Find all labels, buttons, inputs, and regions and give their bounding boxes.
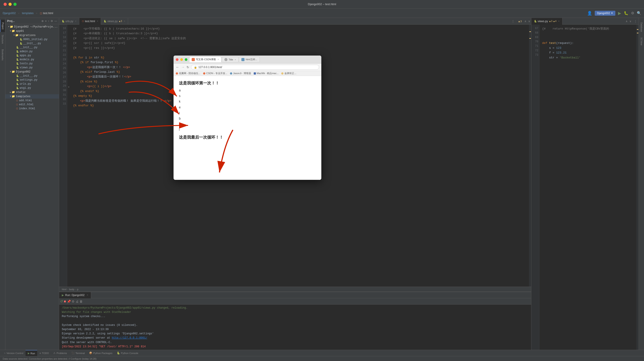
tree-item-root[interactable]: ▼ 📁 Django002 ~/PycharmProje...: [5, 25, 59, 29]
tree-item-static[interactable]: ▶ 📁 static: [5, 90, 59, 94]
sidebar-item-scview[interactable]: SCView: [639, 35, 644, 48]
tab-views-close[interactable]: ×: [124, 20, 125, 22]
project-selector[interactable]: Django002 ▼: [595, 11, 615, 16]
browser-forward-btn[interactable]: →: [181, 65, 185, 69]
run-tab-run[interactable]: ▶ Run: Django002 ×: [59, 292, 91, 298]
browser-refresh-btn[interactable]: ↻: [186, 66, 189, 69]
run-icon[interactable]: ▶: [618, 11, 621, 16]
tree-item-app01[interactable]: ▼ 📁 app01: [5, 29, 59, 33]
expand-icon[interactable]: ∨: [527, 20, 531, 23]
tree-item-views[interactable]: 🐍 views.py: [5, 66, 59, 70]
right-collapse-icon[interactable]: ∨: [628, 20, 632, 23]
run-trash-btn[interactable]: 🗑: [80, 300, 83, 303]
fold-icon[interactable]: ∧: [524, 20, 527, 23]
bottom-tab-run[interactable]: ▶ Run: [26, 350, 37, 356]
tree-item-index-html[interactable]: ⬡ index.html: [5, 106, 59, 111]
run-link-server[interactable]: http://127.0.0.1:8001/: [112, 336, 147, 340]
tree-item-urls[interactable]: 🐍 urls.py: [5, 82, 59, 86]
tab-urls-close[interactable]: ×: [75, 20, 76, 22]
browser-tab-csdn-close[interactable]: ×: [218, 58, 219, 61]
tree-item-admin[interactable]: 🐍 admin.py: [5, 50, 59, 54]
right-tab-views[interactable]: 🐍 views.py ▲3 ▲4 ×: [531, 18, 562, 25]
tree-item-models[interactable]: 🐍 models.py: [5, 58, 59, 62]
browser-url-bar[interactable]: 🔒 127.0.0.1:8001/test/: [191, 65, 319, 70]
breadcrumb-django002[interactable]: Django002: [3, 12, 16, 15]
tab-test-html[interactable]: ⬡ test.html ×: [79, 18, 101, 25]
sidebar-icon-add[interactable]: ⊕: [42, 20, 44, 22]
tree-item-wsgi[interactable]: 🐍 wsgi.py: [5, 86, 59, 90]
run-restart-btn[interactable]: ↺: [60, 299, 63, 304]
tree-item-tests[interactable]: 🐍 tests.py: [5, 62, 59, 66]
browser-back-btn[interactable]: ←: [176, 65, 179, 69]
right-expand-icon[interactable]: ∧: [625, 20, 628, 23]
tree-item-apps[interactable]: 🐍 apps.py: [5, 54, 59, 58]
user-icon[interactable]: 👤: [587, 11, 592, 16]
debug-icon[interactable]: 🐛: [624, 11, 628, 15]
tab-views-label: views.py: [107, 20, 118, 23]
right-more-btn[interactable]: ⋮: [632, 20, 639, 23]
sidebar-item-structure[interactable]: Structure: [0, 32, 5, 46]
browser-min-btn[interactable]: [180, 58, 183, 61]
browser-tab-csdn[interactable]: 写文章-CSDN博客 ×: [189, 57, 222, 62]
tree-item-migrations[interactable]: ▼ 📁 migrations: [5, 33, 59, 38]
sidebar-item-bookmarks[interactable]: Bookmarks: [0, 46, 5, 63]
tree-item-init1[interactable]: 🐍 __init__.py: [5, 42, 59, 46]
breadcrumb-templates[interactable]: templates: [22, 12, 34, 15]
search-icon[interactable]: 🔍: [637, 11, 641, 15]
tree-item-add-html[interactable]: ⬡ add.html: [5, 98, 59, 102]
tree-item-edit-html[interactable]: ⬡ edit.html: [5, 102, 59, 106]
bottom-tab-problems[interactable]: ⚠ Problems: [51, 350, 69, 356]
sidebar-item-database[interactable]: Database: [639, 20, 644, 35]
bottom-tab-console[interactable]: 🐍 Python Console: [115, 350, 140, 356]
bottom-tab-run-label: Run: [30, 352, 35, 355]
sidebar-item-project[interactable]: Project: [0, 20, 5, 32]
top-toolbar: Django002 › templates › ◻ test.html 👤 Dj…: [0, 8, 644, 18]
tree-item-init3[interactable]: 🐍 __init__.py: [5, 74, 59, 78]
run-settings-btn[interactable]: ⚙: [72, 300, 74, 303]
run-print-btn[interactable]: 🖨: [76, 300, 78, 303]
sidebar-icon-close[interactable]: —: [54, 20, 57, 22]
bottom-tab-todo[interactable]: ≡ TODO: [37, 350, 51, 356]
browser-tab-title[interactable]: Title ×: [222, 57, 238, 62]
browser-tabs-area: 写文章-CSDN博客 × Title × html怎样...: [189, 57, 319, 62]
sidebar-icon-settings[interactable]: ⚙: [50, 20, 53, 22]
right-code-content[interactable]: {# return HttpResponse('我是CBV里面的 def tes…: [540, 25, 636, 350]
sidebar-icon-list[interactable]: ≡: [45, 20, 46, 22]
browser-tab-title-close[interactable]: ×: [235, 58, 236, 61]
editor-more-btn[interactable]: ⋮: [510, 20, 516, 23]
bottom-tab-packages[interactable]: 📦 Python Packages: [87, 350, 115, 356]
run-line-1: /Users/macbookpro/PycharmProjects/Django…: [62, 306, 528, 310]
run-stop-btn[interactable]: ■: [64, 300, 66, 304]
browser-tab-html-label: html怎样...: [246, 58, 257, 61]
bottom-tab-terminal[interactable]: ⬛ Terminal: [69, 350, 87, 356]
tree-item-settings[interactable]: 🐍 settings.py: [5, 78, 59, 82]
right-tab-close[interactable]: ×: [558, 20, 560, 22]
bookmark-jasonji[interactable]: JasonJi · 博客园: [230, 72, 251, 75]
sidebar-icon-sort[interactable]: ↕: [48, 20, 49, 22]
tree-label-init3: __init__.py: [20, 74, 38, 78]
tree-label-urls: urls.py: [20, 82, 31, 86]
tab-views-py[interactable]: 🐍 views.py ▲3 ×: [101, 18, 128, 25]
run-pin-btn[interactable]: 📌: [67, 300, 71, 303]
run-tab-close[interactable]: ×: [87, 294, 88, 296]
tree-item-django002[interactable]: ▼ 📁 Django002: [5, 70, 59, 74]
bookmark-csdn[interactable]: CSDN - 专业开发...: [203, 72, 227, 75]
bookmark-huaban[interactable]: 花瓣网 - 陪你做生...: [176, 72, 200, 75]
tab-test-close[interactable]: ×: [97, 20, 98, 22]
tree-item-0001[interactable]: 🐍 0001_initial.py: [5, 38, 59, 42]
tree-item-templates[interactable]: ▼ 📁 templates: [5, 94, 59, 98]
settings-icon[interactable]: ⚙: [631, 11, 634, 15]
tab-urls-py[interactable]: 🐍 urls.py ×: [59, 18, 79, 25]
tree-label-edit-html: edit.html: [19, 103, 34, 106]
minimize-btn[interactable]: [8, 3, 12, 6]
tree-label-tests: tests.py: [20, 62, 33, 65]
browser-close-btn[interactable]: [176, 58, 178, 61]
tree-item-init2[interactable]: 🐍 __init__.py: [5, 46, 59, 50]
close-btn[interactable]: [4, 3, 7, 6]
bookmark-gold[interactable]: 金牌班正...: [281, 72, 296, 75]
maximize-btn[interactable]: [14, 3, 16, 6]
bottom-tab-versioncontrol[interactable]: ⑃ Version Control: [2, 350, 26, 356]
bookmark-macwk[interactable]: MacWk · 精品mac...: [254, 72, 279, 75]
browser-max-btn[interactable]: [185, 58, 188, 61]
browser-tab-html[interactable]: html怎样...: [239, 57, 260, 62]
